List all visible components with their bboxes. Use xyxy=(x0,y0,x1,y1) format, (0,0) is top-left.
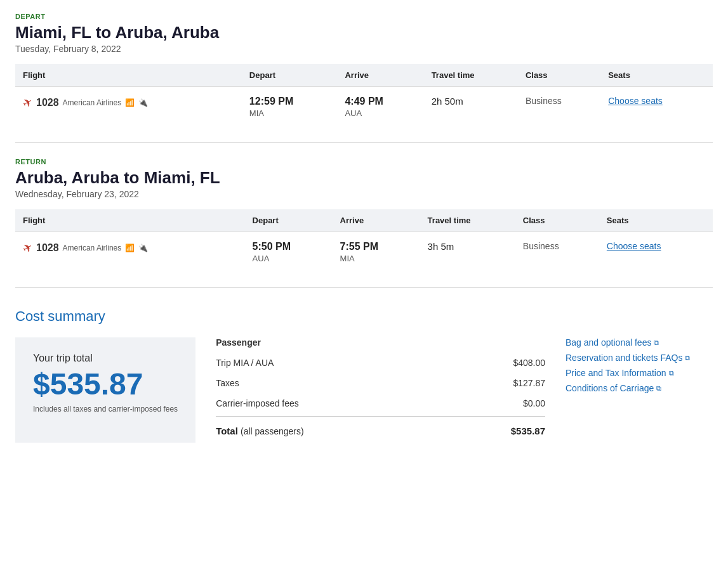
depart-class: Business xyxy=(526,96,593,106)
return-travel-time: 3h 5m xyxy=(428,241,508,252)
trip-total-amount: $535.87 xyxy=(33,369,178,400)
reservation-faqs-link-text: Reservation and tickets FAQs xyxy=(566,353,682,363)
return-choose-seats-link[interactable]: Choose seats xyxy=(607,241,661,251)
return-flight-table: Flight Depart Arrive Travel time Class S… xyxy=(15,209,713,272)
return-plane-icon: ✈ xyxy=(20,240,36,257)
bag-fees-link-text: Bag and optional fees xyxy=(566,337,651,348)
cost-links: Bag and optional fees ⧉ Reservation and … xyxy=(566,337,692,443)
depart-choose-seats-link[interactable]: Choose seats xyxy=(608,96,663,106)
reservation-faqs-link[interactable]: Reservation and tickets FAQs ⧉ xyxy=(566,353,692,363)
cost-row-carrier-value: $0.00 xyxy=(523,398,545,408)
depart-return-divider xyxy=(15,142,713,143)
depart-flight-number-group: ✈ 1028 American Airlines 📶 🔌 xyxy=(23,96,234,110)
return-depart-time-cell: 5:50 PM AUA xyxy=(245,232,333,273)
depart-col-class: Class xyxy=(518,64,600,87)
depart-travel-time-cell: 2h 50m xyxy=(424,87,518,127)
depart-route: Miami, FL to Aruba, Aruba xyxy=(15,23,713,42)
depart-col-seats: Seats xyxy=(600,64,713,87)
depart-section: DEPART Miami, FL to Aruba, Aruba Tuesday… xyxy=(15,13,713,127)
return-wifi-icon: 📶 xyxy=(125,244,135,252)
price-tax-link[interactable]: Price and Tax Information ⧉ xyxy=(566,368,692,378)
depart-seats-cell: Choose seats xyxy=(600,87,713,127)
depart-table-header-row: Flight Depart Arrive Travel time Class S… xyxy=(15,64,713,87)
return-arrive-time: 7:55 PM xyxy=(340,241,413,252)
depart-flight-row: ✈ 1028 American Airlines 📶 🔌 12:59 PM MI… xyxy=(15,87,713,127)
cost-total-row: Total (all passengers) $535.87 xyxy=(216,419,545,443)
return-col-arrive: Arrive xyxy=(333,209,420,232)
depart-airline: American Airlines xyxy=(63,98,122,107)
cost-details-inner: Passenger Trip MIA / AUA $408.00 Taxes $… xyxy=(216,337,692,443)
depart-wifi-icon: 📶 xyxy=(125,98,135,107)
cost-row-trip: Trip MIA / AUA $408.00 xyxy=(216,353,545,373)
passenger-header-row: Passenger xyxy=(216,337,545,353)
return-table-header-row: Flight Depart Arrive Travel time Class S… xyxy=(15,209,713,232)
return-route: Aruba, Aruba to Miami, FL xyxy=(15,168,713,188)
trip-total-box: Your trip total $535.87 Includes all tax… xyxy=(15,337,195,443)
conditions-external-icon: ⧉ xyxy=(656,384,661,393)
cost-row-taxes-value: $127.87 xyxy=(513,378,545,388)
trip-total-label: Your trip total xyxy=(33,353,178,364)
return-plug-icon: 🔌 xyxy=(138,244,148,252)
cost-summary-section: Cost summary Your trip total $535.87 Inc… xyxy=(15,308,713,443)
cost-total-value: $535.87 xyxy=(511,426,545,436)
cost-summary-title: Cost summary xyxy=(15,308,713,325)
return-col-flight: Flight xyxy=(15,209,245,232)
depart-col-flight: Flight xyxy=(15,64,242,87)
return-flight-row: ✈ 1028 American Airlines 📶 🔌 5:50 PM AUA… xyxy=(15,232,713,273)
cost-row-trip-value: $408.00 xyxy=(513,358,545,368)
bag-fees-link[interactable]: Bag and optional fees ⧉ xyxy=(566,337,692,348)
return-col-depart: Depart xyxy=(245,209,333,232)
return-arrive-airport: MIA xyxy=(340,254,413,263)
depart-flight-info: ✈ 1028 American Airlines 📶 🔌 xyxy=(15,87,242,127)
return-class: Business xyxy=(523,241,592,251)
depart-depart-time: 12:59 PM xyxy=(249,96,330,107)
return-section: RETURN Aruba, Aruba to Miami, FL Wednesd… xyxy=(15,158,713,272)
cost-items: Passenger Trip MIA / AUA $408.00 Taxes $… xyxy=(216,337,545,443)
conditions-link[interactable]: Conditions of Carriage ⧉ xyxy=(566,383,692,393)
return-travel-time-cell: 3h 5m xyxy=(420,232,515,273)
return-flight-info: ✈ 1028 American Airlines 📶 🔌 xyxy=(15,232,245,273)
cost-summary-body: Your trip total $535.87 Includes all tax… xyxy=(15,337,713,443)
return-col-class: Class xyxy=(515,209,599,232)
passenger-col-header: Passenger xyxy=(216,337,261,348)
cost-total-label: Total xyxy=(216,426,238,436)
conditions-link-text: Conditions of Carriage xyxy=(566,383,654,393)
depart-travel-time: 2h 50m xyxy=(432,96,510,107)
depart-flight-table: Flight Depart Arrive Travel time Class S… xyxy=(15,64,713,127)
return-airline: American Airlines xyxy=(63,244,122,252)
cost-total-label-group: Total (all passengers) xyxy=(216,426,304,436)
return-arrive-time-cell: 7:55 PM MIA xyxy=(333,232,420,273)
return-seats-cell: Choose seats xyxy=(599,232,713,273)
cost-row-carrier-label: Carrier-imposed fees xyxy=(216,398,299,408)
cost-row-taxes: Taxes $127.87 xyxy=(216,373,545,393)
depart-arrive-airport: AUA xyxy=(345,108,416,118)
price-tax-external-icon: ⧉ xyxy=(669,369,674,377)
depart-class-cell: Business xyxy=(518,87,600,127)
cost-total-divider xyxy=(216,416,545,417)
return-flight-num: 1028 xyxy=(36,242,59,254)
depart-depart-time-cell: 12:59 PM MIA xyxy=(242,87,338,127)
depart-col-travel-time: Travel time xyxy=(424,64,518,87)
depart-label: DEPART xyxy=(15,13,713,20)
depart-depart-airport: MIA xyxy=(249,108,330,118)
depart-col-depart: Depart xyxy=(242,64,338,87)
reservation-faqs-external-icon: ⧉ xyxy=(685,354,690,362)
cost-row-taxes-label: Taxes xyxy=(216,378,239,388)
depart-plane-icon: ✈ xyxy=(20,94,36,112)
return-depart-time: 5:50 PM xyxy=(253,241,325,252)
price-tax-link-text: Price and Tax Information xyxy=(566,368,666,378)
cost-total-sublabel: (all passengers) xyxy=(241,426,304,436)
return-col-seats: Seats xyxy=(599,209,713,232)
return-col-travel-time: Travel time xyxy=(420,209,515,232)
cost-details: Passenger Trip MIA / AUA $408.00 Taxes $… xyxy=(195,337,713,443)
return-cost-divider xyxy=(15,287,713,288)
bag-fees-external-icon: ⧉ xyxy=(654,339,659,347)
depart-arrive-time: 4:49 PM xyxy=(345,96,416,107)
return-label: RETURN xyxy=(15,158,713,166)
cost-row-carrier: Carrier-imposed fees $0.00 xyxy=(216,393,545,413)
depart-col-arrive: Arrive xyxy=(337,64,423,87)
depart-date: Tuesday, February 8, 2022 xyxy=(15,44,713,54)
depart-flight-num: 1028 xyxy=(36,97,59,108)
depart-arrive-time-cell: 4:49 PM AUA xyxy=(337,87,423,127)
return-date: Wednesday, February 23, 2022 xyxy=(15,189,713,199)
